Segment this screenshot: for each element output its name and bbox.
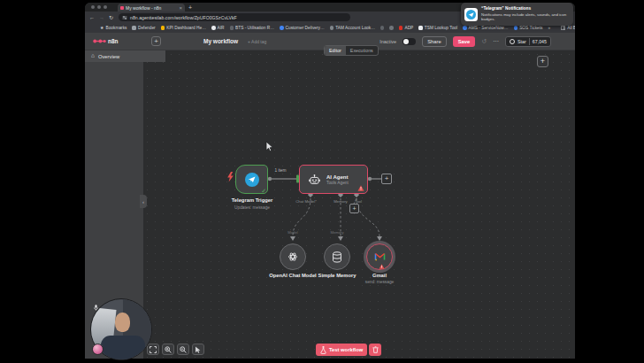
active-toggle[interactable] bbox=[402, 38, 416, 45]
add-tool-button[interactable]: + bbox=[349, 204, 359, 213]
bookmark-favicon bbox=[463, 26, 467, 30]
bookmark-item[interactable]: TSM Lookup Tool bbox=[418, 26, 457, 30]
connections-layer bbox=[143, 50, 575, 359]
bookmark-item[interactable]: ★ Bookmarks bbox=[100, 26, 126, 30]
home-icon: ⌂ bbox=[91, 53, 95, 59]
tab-executions[interactable]: Executions bbox=[346, 46, 378, 55]
bookmark-item[interactable]: AIR bbox=[211, 26, 225, 30]
avatar bbox=[92, 344, 104, 355]
star-icon: ★ bbox=[100, 26, 104, 30]
bookmark-item[interactable]: BTS - Utilisation R… bbox=[230, 26, 274, 30]
flask-icon bbox=[320, 346, 326, 354]
minimize-window-icon[interactable] bbox=[97, 5, 101, 9]
screen: My workflow - n8n × + ← → ↻ n8n.agenttes… bbox=[0, 0, 644, 363]
connection-items-label: 1 item bbox=[267, 168, 294, 173]
brand-name: n8n bbox=[108, 38, 119, 44]
telegram-icon bbox=[245, 173, 259, 187]
bookmark-favicon[interactable] bbox=[380, 26, 385, 30]
bookmarks-overflow-chevron[interactable]: » bbox=[548, 26, 551, 30]
zoom-in-button[interactable] bbox=[162, 344, 174, 355]
more-menu-icon[interactable]: ⋯ bbox=[493, 38, 499, 44]
view-tabs: Editor Executions bbox=[324, 45, 379, 56]
side-panel-icon bbox=[561, 26, 565, 30]
node-openai-chat-model[interactable] bbox=[280, 243, 306, 270]
back-icon[interactable]: ← bbox=[89, 15, 95, 20]
sidebar-top: n8n + bbox=[85, 33, 165, 50]
add-next-node-button[interactable]: + bbox=[381, 174, 392, 184]
node-telegram-trigger[interactable]: ✓ bbox=[235, 165, 268, 194]
test-workflow-button[interactable]: Test workflow bbox=[316, 344, 367, 356]
trigger-node-name: Telegram Trigger bbox=[219, 197, 285, 203]
all-bookmarks-button[interactable]: All Bookmarks bbox=[561, 26, 575, 30]
url-text: n8n.agenttestlab.com/workflow/ZpUFO0GSzC… bbox=[130, 15, 237, 20]
star-count: 67,045 bbox=[533, 39, 547, 44]
folder-icon bbox=[132, 26, 136, 30]
tune-icon[interactable] bbox=[122, 15, 127, 20]
bookmark-favicon[interactable] bbox=[389, 26, 394, 30]
success-check-icon: ✓ bbox=[261, 188, 266, 194]
bookmark-item[interactable]: AMS - ServiceNow… bbox=[463, 26, 509, 30]
workflow-canvas[interactable]: Editor Executions + ‹ bbox=[143, 50, 575, 359]
history-icon[interactable]: ↺ bbox=[481, 38, 487, 44]
bookmark-item[interactable]: Defender bbox=[132, 26, 155, 30]
gmail-icon bbox=[374, 252, 386, 261]
bookmark-item[interactable]: KPI Dashboard He… bbox=[161, 26, 206, 30]
tab-title: My workflow - n8n bbox=[126, 5, 177, 11]
n8n-logo bbox=[93, 37, 106, 45]
window-controls[interactable] bbox=[91, 5, 107, 9]
tab-editor[interactable]: Editor bbox=[325, 46, 346, 55]
pointer-mode-button[interactable] bbox=[192, 344, 204, 355]
execute-trigger-icon[interactable] bbox=[226, 172, 234, 182]
reload-icon[interactable]: ↻ bbox=[109, 15, 113, 20]
close-tab-icon[interactable]: × bbox=[179, 5, 182, 11]
mic-icon bbox=[94, 305, 98, 311]
node-ai-agent[interactable]: AI Agent Tools Agent bbox=[299, 165, 368, 194]
divider bbox=[529, 38, 530, 45]
openai-icon bbox=[287, 251, 299, 263]
bookmark-favicon bbox=[330, 26, 334, 30]
url-bar[interactable]: n8n.agenttestlab.com/workflow/ZpUFO0GSzC… bbox=[119, 13, 350, 21]
bookmark-item[interactable]: ADP bbox=[399, 26, 413, 30]
zoom-window-icon[interactable] bbox=[104, 5, 107, 9]
gmail-node-subtitle: send: message bbox=[353, 280, 406, 284]
bookmark-favicon bbox=[211, 26, 216, 30]
sidebar-item-overview[interactable]: ⌂ Overview bbox=[85, 50, 165, 62]
toggle-knob bbox=[403, 39, 409, 44]
bookmark-favicon bbox=[399, 26, 403, 30]
bookmark-favicon bbox=[161, 26, 165, 30]
sidebar-collapse-chevron[interactable]: ‹ bbox=[140, 195, 147, 208]
endpoint-label-memory: Memory bbox=[319, 230, 355, 235]
github-star-widget[interactable]: Star 67,045 bbox=[505, 36, 551, 47]
node-gmail[interactable] bbox=[366, 243, 393, 270]
save-button[interactable]: Save bbox=[453, 36, 476, 47]
port-label-memory: Memory bbox=[334, 199, 348, 204]
add-node-button[interactable]: + bbox=[537, 56, 548, 67]
trash-icon bbox=[372, 346, 379, 353]
bookmark-item[interactable]: SOS Tickets bbox=[514, 26, 543, 30]
zoom-out-button[interactable] bbox=[177, 344, 189, 355]
new-tab-button[interactable]: + bbox=[188, 4, 192, 11]
gmail-node-name: Gmail bbox=[353, 273, 406, 278]
delete-button[interactable] bbox=[369, 344, 381, 356]
workflow-title[interactable]: My workflow bbox=[203, 38, 238, 44]
active-status-label: Inactive bbox=[380, 39, 396, 44]
bookmark-favicon bbox=[418, 26, 423, 30]
notification-toast[interactable]: “Telegram” Notifications Notifications m… bbox=[461, 3, 573, 26]
trigger-node-subtitle: Updates: message bbox=[219, 205, 285, 210]
bookmark-item[interactable]: Customer Delivery… bbox=[280, 26, 325, 30]
new-workflow-button[interactable]: + bbox=[151, 36, 161, 46]
forward-icon[interactable]: → bbox=[99, 15, 104, 20]
tab-favicon bbox=[120, 6, 124, 10]
close-window-icon[interactable] bbox=[91, 5, 95, 9]
node-simple-memory[interactable] bbox=[324, 243, 350, 270]
webcam-person-head bbox=[115, 313, 130, 332]
endpoint-label-model: Model bbox=[275, 230, 310, 235]
browser-tab[interactable]: My workflow - n8n × bbox=[118, 4, 185, 12]
bookmark-item[interactable]: TAM Account Look… bbox=[330, 26, 375, 30]
share-button[interactable]: Share bbox=[422, 36, 446, 47]
canvas-controls bbox=[147, 344, 204, 355]
bookmark-favicon bbox=[514, 26, 518, 30]
fit-view-button[interactable] bbox=[147, 344, 159, 355]
add-tag-button[interactable]: + Add tag bbox=[248, 39, 266, 44]
telegram-app-icon bbox=[464, 8, 478, 21]
